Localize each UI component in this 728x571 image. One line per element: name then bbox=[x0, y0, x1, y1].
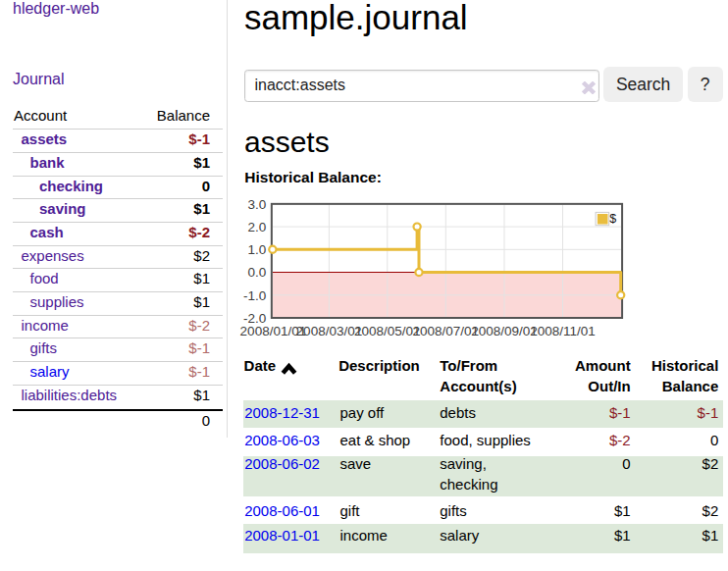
svg-text:2008/09/01: 2008/09/01 bbox=[471, 324, 538, 338]
svg-text:1.0: 1.0 bbox=[248, 242, 267, 257]
svg-text:2008/11/01: 2008/11/01 bbox=[530, 324, 596, 338]
svg-text:2008/05/01: 2008/05/01 bbox=[354, 324, 421, 338]
svg-text:2.0: 2.0 bbox=[248, 220, 267, 234]
svg-text:2008/03/01: 2008/03/01 bbox=[296, 324, 363, 338]
svg-text:0.0: 0.0 bbox=[248, 265, 267, 280]
svg-text:2008/07/01: 2008/07/01 bbox=[413, 324, 480, 338]
svg-text:3.0: 3.0 bbox=[248, 197, 267, 212]
svg-text:$: $ bbox=[609, 212, 616, 226]
svg-text:-1.0: -1.0 bbox=[243, 288, 266, 303]
